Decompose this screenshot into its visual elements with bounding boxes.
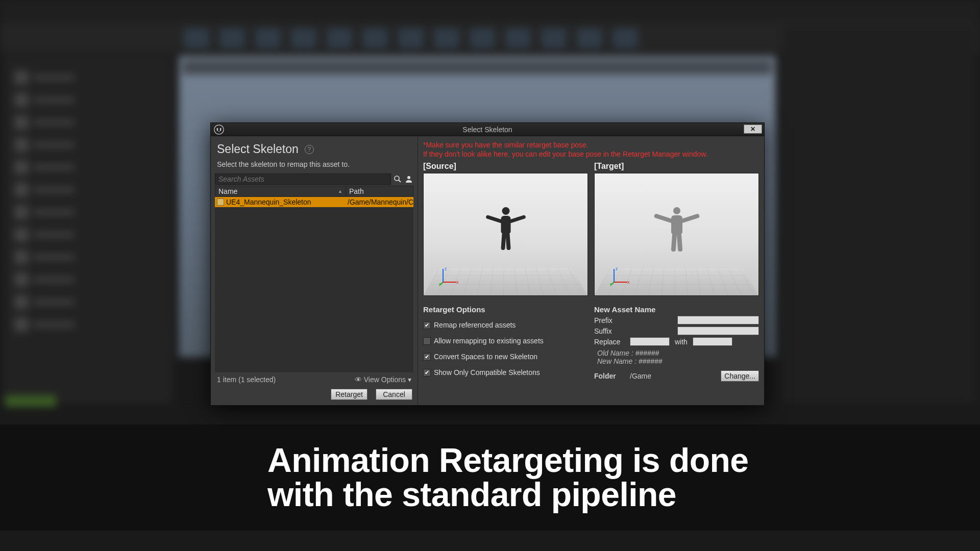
search-input[interactable]	[215, 173, 391, 185]
item-count: 1 item (1 selected)	[217, 375, 276, 384]
svg-line-2	[399, 180, 401, 182]
checkbox-allow-existing[interactable]	[423, 337, 431, 345]
view-options-dropdown[interactable]: 👁 View Options ▾	[355, 375, 411, 384]
caption-text: Animation Retargeting is done with the s…	[267, 443, 749, 512]
picker-heading-text: Select Skeleton	[217, 142, 299, 156]
source-viewport[interactable]: z x y	[423, 173, 588, 296]
suffix-label: Suffix	[594, 327, 625, 335]
select-skeleton-dialog: Select Skeleton ✕ Select Skeleton ? Sele…	[210, 122, 765, 406]
svg-text:x: x	[456, 280, 459, 285]
checkbox-convert-spaces[interactable]	[423, 353, 431, 361]
svg-point-1	[395, 176, 399, 181]
svg-text:x: x	[627, 280, 630, 285]
picker-subtitle: Select the skeleton to remap this asset …	[215, 158, 413, 173]
prefix-input[interactable]	[677, 316, 759, 324]
new-asset-name: New Asset Name Prefix Suffix Replace wit…	[594, 305, 759, 401]
col-name[interactable]: Name▲	[215, 186, 346, 196]
svg-text:z: z	[616, 266, 618, 271]
checkbox-remap[interactable]	[423, 321, 431, 329]
retarget-button[interactable]: Retarget	[331, 389, 368, 400]
row-path: /Game/Mannequin/Char	[346, 197, 413, 207]
target-character	[671, 207, 682, 234]
help-icon[interactable]: ?	[305, 145, 314, 154]
replace-from-input[interactable]	[630, 337, 670, 346]
folder-value: /Game	[630, 372, 716, 380]
checkbox-allow-existing-label: Allow remapping to existing assets	[434, 337, 544, 345]
source-character	[501, 207, 510, 233]
naming-heading: New Asset Name	[594, 305, 759, 314]
replace-label: Replace	[594, 338, 625, 346]
svg-text:z: z	[445, 266, 447, 271]
prefix-label: Prefix	[594, 316, 625, 324]
eye-icon: 👁	[355, 375, 362, 384]
skeleton-asset-icon	[217, 198, 224, 206]
svg-text:y: y	[610, 282, 612, 286]
change-folder-button[interactable]: Change...	[721, 370, 759, 382]
old-name-hint: Old Name : ######	[594, 349, 759, 357]
warning-text: *Make sure you have the similar retarget…	[423, 140, 759, 159]
source-label: [Source]	[423, 162, 588, 171]
checkbox-compat-only-label: Show Only Compatible Skeletons	[434, 368, 540, 377]
unreal-logo-icon	[214, 124, 224, 135]
caption-overlay: Animation Retargeting is done with the s…	[0, 424, 980, 531]
folder-label: Folder	[594, 372, 625, 380]
svg-point-3	[407, 176, 410, 179]
retarget-options: Retarget Options Remap referenced assets…	[423, 305, 588, 401]
with-label: with	[675, 338, 688, 346]
sort-arrow-icon: ▲	[338, 189, 342, 194]
axis-gizmo-icon: z x y	[610, 266, 630, 286]
checkbox-remap-label: Remap referenced assets	[434, 321, 516, 329]
close-button[interactable]: ✕	[744, 124, 762, 134]
table-row[interactable]: UE4_Mannequin_Skeleton /Game/Mannequin/C…	[215, 197, 413, 207]
retarget-preview-pane: *Make sure you have the similar retarget…	[418, 136, 764, 405]
svg-text:y: y	[439, 282, 441, 286]
dialog-title: Select Skeleton	[462, 126, 512, 134]
table-body: UE4_Mannequin_Skeleton /Game/Mannequin/C…	[215, 197, 413, 372]
search-icon[interactable]	[393, 174, 402, 184]
options-heading: Retarget Options	[423, 305, 588, 314]
col-path[interactable]: Path	[346, 186, 413, 196]
user-filter-icon[interactable]	[404, 174, 413, 184]
svg-point-0	[214, 124, 224, 134]
suffix-input[interactable]	[677, 327, 759, 335]
row-name: UE4_Mannequin_Skeleton	[226, 198, 311, 206]
checkbox-convert-spaces-label: Convert Spaces to new Skeleton	[434, 353, 537, 361]
cancel-button[interactable]: Cancel	[376, 389, 412, 400]
chevron-down-icon: ▾	[408, 375, 411, 384]
picker-heading: Select Skeleton ?	[215, 141, 413, 158]
skeleton-picker-pane: Select Skeleton ? Select the skeleton to…	[211, 136, 418, 405]
checkbox-compat-only[interactable]	[423, 369, 431, 377]
new-name-hint: New Name : ######	[594, 357, 759, 365]
target-label: [Target]	[594, 162, 759, 171]
table-header: Name▲ Path	[215, 186, 413, 197]
replace-to-input[interactable]	[693, 337, 732, 346]
dialog-titlebar[interactable]: Select Skeleton ✕	[211, 123, 764, 136]
target-viewport[interactable]: z x y	[594, 173, 759, 296]
axis-gizmo-icon: z x y	[439, 266, 459, 286]
